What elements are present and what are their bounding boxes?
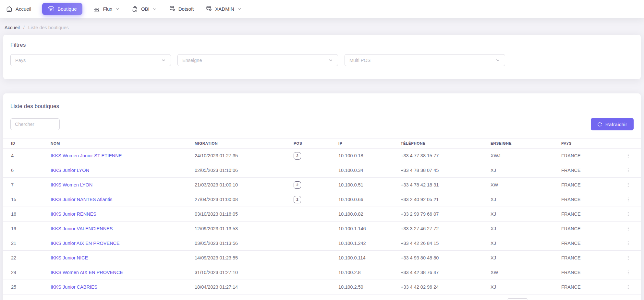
row-actions-button[interactable] xyxy=(624,181,633,189)
cell-ip: 10.100.0.34 xyxy=(335,163,397,178)
cell-actions xyxy=(615,207,641,222)
nav-item-obi[interactable]: OBI xyxy=(131,3,158,15)
cell-enseigne: XJ xyxy=(487,222,558,236)
row-actions-button[interactable] xyxy=(624,166,633,174)
boutique-link[interactable]: IKKS Junior AIX EN PROVENCE xyxy=(51,241,120,246)
table-row: 22 IKKS Junior NICE 14/09/2023 01:23:55 … xyxy=(3,251,641,265)
kebab-icon xyxy=(626,153,631,158)
cell-actions xyxy=(615,251,641,265)
pagination: Objets par page: 10 1-10 de 323 xyxy=(3,294,641,300)
cell-ip: 10.100.1.242 xyxy=(335,236,397,251)
top-navbar: Accueil Boutique Flux OBI xyxy=(0,0,644,18)
refresh-icon xyxy=(597,122,602,127)
cell-id: 15 xyxy=(3,192,47,207)
boutique-link[interactable]: IKKS Junior LYON xyxy=(51,168,89,173)
breadcrumb-current: Liste des boutiques xyxy=(28,25,69,30)
boutique-link[interactable]: IKKS Women Junior ST ETIENNE xyxy=(51,153,122,158)
cell-telephone: +33 2 99 79 66 07 xyxy=(397,207,487,222)
cell-actions xyxy=(615,163,641,178)
row-actions-button[interactable] xyxy=(624,196,633,203)
cell-actions xyxy=(615,222,641,236)
cell-enseigne: XJ xyxy=(487,207,558,222)
cell-id: 25 xyxy=(3,280,47,294)
cell-ip: 10.100.2.8 xyxy=(335,265,397,280)
row-actions-button[interactable] xyxy=(624,225,633,233)
cell-pays: FRANCE xyxy=(558,178,615,192)
cell-pays: FRANCE xyxy=(558,251,615,265)
main-nav: Accueil Boutique Flux OBI xyxy=(5,3,242,15)
nav-label: Dotsoft xyxy=(178,6,194,12)
cell-ip: 10.100.1.146 xyxy=(335,222,397,236)
nav-label: Flux xyxy=(103,6,112,12)
storefront-icon xyxy=(48,6,55,12)
boutique-link[interactable]: IKKS Women LYON xyxy=(51,182,92,187)
nav-item-accueil[interactable]: Accueil xyxy=(5,3,32,15)
row-actions-button[interactable] xyxy=(624,210,633,218)
cell-nom: IKKS Junior LYON xyxy=(47,163,191,178)
table-row: 7 IKKS Women LYON 21/03/2023 01:00:10 2 … xyxy=(3,178,641,192)
chevron-down-icon xyxy=(328,58,333,63)
boutique-link[interactable]: IKKS Junior RENNES xyxy=(51,211,96,217)
chevron-down-icon xyxy=(161,58,166,63)
cell-telephone: +33 4 78 38 07 45 xyxy=(397,163,487,178)
nav-item-boutique[interactable]: Boutique xyxy=(42,3,82,15)
nav-item-xadmin[interactable]: XADMIN xyxy=(205,3,242,15)
kebab-icon xyxy=(626,255,631,260)
cell-migration: 21/03/2023 01:00:10 xyxy=(191,178,290,192)
cell-pos: 2 xyxy=(290,178,335,192)
cell-migration: 12/09/2023 01:13:53 xyxy=(191,222,290,236)
column-nom: NOM xyxy=(47,138,191,149)
list-toolbar: Rafraichir xyxy=(10,118,634,130)
table-row: 6 IKKS Junior LYON 02/05/2023 01:10:06 1… xyxy=(3,163,641,178)
boutique-link[interactable]: IKKS Junior CABRIES xyxy=(51,284,97,290)
cell-pos xyxy=(290,265,335,280)
boutique-link[interactable]: IKKS Junior VALENCIENNES xyxy=(51,226,113,231)
kebab-icon xyxy=(626,182,631,187)
cell-actions xyxy=(615,178,641,192)
nav-item-dotsoft[interactable]: Dotsoft xyxy=(168,3,195,15)
network-icon xyxy=(93,6,100,12)
cell-id: 21 xyxy=(3,236,47,251)
cell-enseigne: XJ xyxy=(487,163,558,178)
table-body: 4 IKKS Women Junior ST ETIENNE 24/10/202… xyxy=(3,149,641,294)
cell-id: 22 xyxy=(3,251,47,265)
row-actions-button[interactable] xyxy=(624,239,633,247)
row-actions-button[interactable] xyxy=(624,283,633,291)
table-row: 21 IKKS Junior AIX EN PROVENCE 03/05/202… xyxy=(3,236,641,251)
filters-card: Filtres Pays Enseigne Multi POS xyxy=(3,35,641,79)
cell-enseigne: XW xyxy=(487,178,558,192)
bag-check-icon xyxy=(131,6,138,12)
cell-actions xyxy=(615,265,641,280)
cell-migration: 31/10/2023 01:27:10 xyxy=(191,265,290,280)
database-star-icon xyxy=(205,6,212,12)
search-input[interactable] xyxy=(10,118,60,130)
boutiques-table: ID NOM MIGRATION POS IP TÉLÉPHONE ENSEIG… xyxy=(3,138,641,294)
cell-telephone: +33 2 40 92 05 21 xyxy=(397,192,487,207)
boutique-link[interactable]: IKKS Women AIX EN PROVENCE xyxy=(51,270,123,275)
boutique-link[interactable]: IKKS Junior NICE xyxy=(51,255,88,260)
breadcrumb-accueil[interactable]: Accueil xyxy=(5,25,20,30)
chevron-down-icon xyxy=(495,58,500,63)
cell-ip: 10.100.0.82 xyxy=(335,207,397,222)
cell-telephone: +33 4 42 02 96 24 xyxy=(397,280,487,294)
cell-nom: IKKS Women LYON xyxy=(47,178,191,192)
row-actions-button[interactable] xyxy=(624,254,633,262)
table-row: 15 IKKS Junior NANTES Atlantis 27/04/202… xyxy=(3,192,641,207)
kebab-icon xyxy=(626,284,631,290)
cell-telephone: +33 3 27 46 27 72 xyxy=(397,222,487,236)
refresh-label: Rafraichir xyxy=(605,122,627,127)
pays-filter-select[interactable]: Pays xyxy=(10,54,171,66)
nav-item-flux[interactable]: Flux xyxy=(93,3,120,15)
cell-pays: FRANCE xyxy=(558,149,615,163)
row-actions-button[interactable] xyxy=(624,152,633,160)
cell-telephone: +33 4 93 80 48 80 xyxy=(397,251,487,265)
cell-pays: FRANCE xyxy=(558,265,615,280)
cell-actions xyxy=(615,236,641,251)
cell-pos xyxy=(290,236,335,251)
boutique-link[interactable]: IKKS Junior NANTES Atlantis xyxy=(51,197,112,202)
enseigne-filter-select[interactable]: Enseigne xyxy=(177,54,338,66)
refresh-button[interactable]: Rafraichir xyxy=(591,118,634,130)
multipos-filter-select[interactable]: Multi POS xyxy=(345,54,505,66)
row-actions-button[interactable] xyxy=(624,269,633,276)
per-page-select[interactable]: 10 xyxy=(507,298,528,300)
